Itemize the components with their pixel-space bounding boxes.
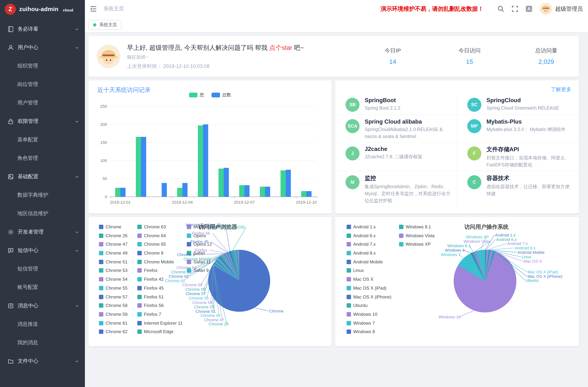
sidebar-item-消息推送[interactable]: 消息推送 — [0, 315, 85, 333]
logo: Z zuihou-admin cloud — [0, 0, 85, 19]
pie-callout-label: Chrome 61 — [165, 279, 185, 283]
legend-item-Chrome 63[interactable]: Chrome 63 — [137, 225, 183, 229]
legend-item-Chrome 54[interactable]: Chrome 54 — [99, 277, 127, 282]
sidebar-item-账号配置[interactable]: 账号配置 — [0, 278, 85, 297]
collapse-menu-icon[interactable] — [89, 5, 97, 13]
legend-item-Chrome 55[interactable]: Chrome 55 — [99, 286, 127, 290]
tech-item-body: Spring Cloud alibabaSpringCloudAlibaba2.… — [365, 119, 451, 140]
chevron-down-icon — [75, 230, 79, 234]
legend-item-Mac OS X[interactable]: Mac OS X — [347, 277, 391, 282]
tech-item-J: JJ2cacheJ2cache2.7.8: 二级缓存框架 — [335, 143, 457, 171]
legend-item-Firefox 45[interactable]: Firefox 45 — [137, 286, 183, 290]
breadcrumb[interactable]: 系统主页 — [103, 5, 124, 12]
username[interactable]: 超级管理员 — [555, 5, 583, 12]
legend-label: Android 6.x — [353, 233, 376, 238]
pie-callout-label: Chrome 59 — [182, 283, 202, 287]
sidebar-item-文件中心[interactable]: 文件中心 — [0, 352, 85, 370]
sidebar-item-短信中心[interactable]: 短信中心 — [0, 241, 85, 260]
avatar[interactable] — [540, 2, 552, 15]
legend-item-您[interactable]: 您 — [189, 92, 204, 98]
legend-item-Mac OS X (iPad)[interactable]: Mac OS X (iPad) — [347, 286, 391, 290]
legend-swatch — [137, 242, 142, 247]
search-icon[interactable] — [497, 5, 504, 13]
legend-item-Chrome 58[interactable]: Chrome 58 — [99, 303, 127, 308]
sidebar-menu: 务必详看用户中心组织管理岗位管理用户管理权限管理菜单配置角色管理基础配置数据字典… — [0, 19, 85, 387]
legend-item-Linux[interactable]: Linux — [347, 268, 391, 273]
legend-swatch — [347, 295, 351, 299]
legend-item-Windows Vista[interactable]: Windows Vista — [399, 233, 435, 238]
sidebar-item-菜单配置[interactable]: 菜单配置 — [0, 131, 85, 149]
legend-item-Firefox 56[interactable]: Firefox 56 — [137, 303, 183, 308]
legend-item-Chrome 53[interactable]: Chrome 53 — [99, 268, 127, 273]
legend-item-Windows 7[interactable]: Windows 7 — [347, 321, 391, 325]
sidebar-item-用户中心[interactable]: 用户中心 — [0, 38, 85, 57]
legend-item-Android 8.x[interactable]: Android 8.x — [347, 251, 391, 255]
sidebar-item-短信管理[interactable]: 短信管理 — [0, 260, 85, 278]
sidebar-item-地区信息维护[interactable]: 地区信息维护 — [0, 204, 85, 223]
legend-swatch — [137, 321, 142, 325]
legend-label: Firefox 42 — [144, 277, 164, 282]
legend-item-Android 6.x[interactable]: Android 6.x — [347, 233, 391, 238]
sidebar-item-权限管理[interactable]: 权限管理 — [0, 112, 85, 131]
legend-item-Chrome Mobile[interactable]: Chrome Mobile — [137, 260, 183, 264]
font-size-icon[interactable]: A — [525, 5, 533, 13]
sidebar-item-角色管理[interactable]: 角色管理 — [0, 149, 85, 167]
legend-item-Windows 8.1[interactable]: Windows 8.1 — [399, 225, 435, 229]
legend-swatch — [99, 303, 103, 308]
axis-tick — [296, 197, 296, 198]
legend-item-Chrome 65[interactable]: Chrome 65 — [137, 242, 183, 247]
legend-item-Microsoft Edge[interactable]: Microsoft Edge — [137, 330, 183, 334]
legend-item-Firefox 7[interactable]: Firefox 7 — [137, 312, 183, 317]
legend-item-Chrome 57[interactable]: Chrome 57 — [99, 295, 127, 299]
legend-item-Windows 8[interactable]: Windows 8 — [347, 330, 391, 334]
gridline — [110, 124, 317, 125]
legend-item-Internet Explorer 11[interactable]: Internet Explorer 11 — [137, 321, 183, 325]
tab-home[interactable]: 系统主页 — [89, 20, 122, 30]
legend-item-Windows 10[interactable]: Windows 10 — [347, 312, 391, 317]
legend-item-Chrome 51[interactable]: Chrome 51 — [99, 260, 127, 264]
legend-item-Chrome 62[interactable]: Chrome 62 — [99, 330, 127, 334]
legend-item-Mac OS X (iPhone)[interactable]: Mac OS X (iPhone) — [347, 295, 391, 299]
legend-label: Android 7.x — [353, 242, 376, 247]
learn-more-link[interactable]: 了解更多 — [551, 86, 571, 93]
legend-item-Android Mobile[interactable]: Android Mobile — [347, 260, 391, 264]
sidebar-item-岗位管理[interactable]: 岗位管理 — [0, 75, 85, 94]
sidebar-item-基础配置[interactable]: 基础配置 — [0, 167, 85, 186]
sidebar-item-label: 短信中心 — [18, 247, 38, 254]
tech-desc: Mybatis-plus 3.2.0： Mybatis 增强组件 — [486, 126, 566, 133]
bar-您 — [301, 191, 306, 197]
legend-item-Chrome 49[interactable]: Chrome 49 — [99, 251, 127, 255]
star-link[interactable]: 点个star — [269, 44, 292, 51]
logo-title: zuihou-admin — [19, 6, 59, 13]
legend-item-Android 1.x[interactable]: Android 1.x — [347, 225, 391, 229]
sidebar-item-用户管理[interactable]: 用户管理 — [0, 94, 85, 112]
legend-item-Chrome 8[interactable]: Chrome 8 — [137, 251, 183, 255]
picture-icon — [7, 173, 14, 180]
legend-item-Android 7.x[interactable]: Android 7.x — [347, 242, 391, 247]
legend-item-Windows XP[interactable]: Windows XP — [399, 242, 435, 247]
sidebar-item-数据字典维护[interactable]: 数据字典维护 — [0, 186, 85, 204]
legend-item-Firefox 51[interactable]: Firefox 51 — [137, 295, 183, 299]
legend-item-Chrome 26[interactable]: Chrome 26 — [99, 233, 127, 238]
os-pie[interactable] — [454, 250, 516, 312]
legend-item-总数[interactable]: 总数 — [211, 92, 231, 98]
sidebar-item-开发者管理[interactable]: 开发者管理 — [0, 223, 85, 241]
tech-item-C: C容器技术虚拟化容器技术，让迁移、部署更加方便快捷 — [457, 171, 579, 210]
pie-callout-label: Chrome 8 — [177, 252, 195, 257]
sidebar-item-务必详看[interactable]: 务必详看 — [0, 20, 85, 38]
legend-item-Chrome[interactable]: Chrome — [99, 225, 127, 229]
legend-item-Chrome 47[interactable]: Chrome 47 — [99, 242, 127, 247]
legend-item-Chrome 61[interactable]: Chrome 61 — [99, 321, 127, 325]
pie-callout-label: Windows 7 — [441, 252, 461, 257]
bar-总数 — [265, 186, 270, 197]
legend-item-Ubuntu[interactable]: Ubuntu — [347, 303, 391, 308]
legend-item-Chrome 59[interactable]: Chrome 59 — [99, 312, 127, 317]
sidebar-item-我的消息[interactable]: 我的消息 — [0, 333, 85, 352]
x-axis-label: 2019-12-10 — [296, 200, 317, 204]
sidebar-item-组织管理[interactable]: 组织管理 — [0, 57, 85, 75]
legend-item-Chrome 64[interactable]: Chrome 64 — [137, 233, 183, 238]
tech-badge: SC — [467, 98, 481, 112]
legend-swatch — [137, 286, 142, 290]
fullscreen-icon[interactable] — [511, 5, 519, 13]
sidebar-item-消息中心[interactable]: 消息中心 — [0, 297, 85, 315]
